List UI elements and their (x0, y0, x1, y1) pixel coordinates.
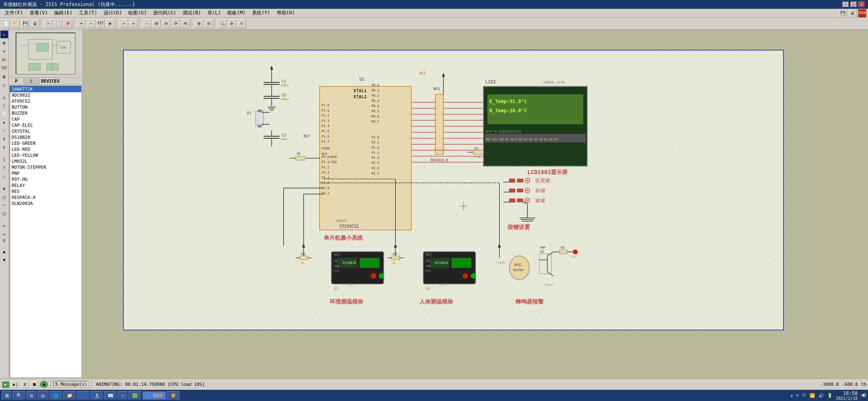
lt-circle[interactable]: ○ (0, 193, 8, 201)
menu-template[interactable]: 模板(M) (224, 9, 249, 17)
tb-copy2[interactable]: ⊞ (152, 19, 161, 28)
device-item-11[interactable]: LED-YELLOW (10, 152, 81, 158)
device-item-19[interactable]: ULN2003A (10, 200, 81, 207)
search-taskbar[interactable]: 🔍 (13, 391, 26, 400)
lt-arc[interactable]: ◠ (0, 201, 8, 209)
device-list[interactable]: 10WATT1K ADC0832 AT89C52 BUTTON BUZZER C… (10, 86, 82, 378)
taskbar-chevron-icon[interactable]: ∧ (790, 393, 793, 398)
taskbar-app3[interactable]: 📧 (104, 391, 117, 400)
message-count[interactable]: 5 Message(s) (53, 381, 89, 388)
tb-snap[interactable]: ⊡ (237, 19, 246, 28)
tab-l[interactable]: L (24, 78, 39, 85)
taskbar-app5[interactable]: 🟩 (129, 391, 141, 400)
taskbar-network-icon[interactable]: 📶 (810, 393, 815, 398)
taskbar-explorer[interactable]: 🗂 (37, 391, 49, 400)
device-item-15[interactable]: POT-HG (10, 176, 81, 182)
schematic[interactable]: C1 100nF C2 100nF (123, 50, 784, 330)
lt-generator[interactable]: ~ (0, 127, 8, 135)
taskbar-app2[interactable]: 🔬 (91, 391, 103, 400)
tb-save[interactable]: 💾 (21, 19, 30, 28)
lt-component[interactable]: ⊞ (0, 39, 8, 47)
lt-text2[interactable]: T (0, 164, 8, 172)
device-item-3[interactable]: BUTTON (10, 104, 81, 110)
play-button[interactable]: ▶ (2, 381, 10, 388)
lt-junction[interactable]: + (0, 47, 8, 55)
tb-zoom-in[interactable]: + (77, 19, 86, 28)
tb-zoom-fit[interactable]: FIT (96, 19, 105, 28)
close-button[interactable]: × (858, 2, 865, 7)
taskbar-folder[interactable]: 📁 (63, 391, 76, 400)
taskbar-keyboard-icon[interactable]: ⌨ (796, 393, 799, 398)
canvas-area[interactable]: C1 100nF C2 100nF (83, 30, 868, 379)
device-item-10[interactable]: LED-RED (10, 146, 81, 152)
start-button[interactable]: ⊞ (2, 391, 12, 400)
tb-open[interactable]: 📂 (11, 19, 20, 28)
print-icon[interactable]: 🖨 (848, 9, 857, 18)
taskbar-app4[interactable]: ⚡ (118, 391, 128, 400)
lt-subcircuit[interactable]: □ (0, 81, 8, 89)
lt-draw-wire[interactable]: ⊕ (0, 184, 8, 192)
lt-graph[interactable]: 📈 (0, 110, 8, 118)
menu-source[interactable]: 源代码(S) (150, 9, 179, 17)
device-item-7[interactable]: CRYSTAL (10, 128, 81, 134)
tb-search[interactable]: 🔍 (218, 19, 227, 28)
taskbar-shield-icon[interactable]: 🛡 (802, 393, 806, 398)
device-item-16[interactable]: RELAY (10, 182, 81, 188)
menu-help[interactable]: 帮助(H) (274, 9, 298, 17)
menu-tools[interactable]: 工具(T) (76, 9, 101, 17)
lt-device-pin[interactable]: ┤ (0, 101, 8, 109)
tb-align-right[interactable]: ⊟ (204, 19, 213, 28)
menu-system[interactable]: 系统(Y) (249, 9, 274, 17)
tb-redo[interactable]: ↪ (129, 19, 138, 28)
clock-area[interactable]: 16:58 2021/2/18 (836, 391, 858, 401)
tb-rotate[interactable]: ⟳ (171, 19, 180, 28)
stop-button[interactable]: ⏹ (30, 381, 38, 388)
taskbar-app1[interactable]: 🐾 (77, 391, 90, 400)
device-item-12[interactable]: LM032L (10, 158, 81, 164)
tab-p[interactable]: P (9, 78, 24, 85)
lt-current[interactable]: A (0, 144, 8, 152)
lt-text[interactable]: TXT (0, 64, 8, 72)
menu-file[interactable]: 文件(F) (2, 9, 26, 17)
taskbar-app6[interactable]: 🔶 (167, 391, 180, 400)
device-item-6[interactable]: CAP-ELEC (10, 122, 81, 128)
menu-draw[interactable]: 绘图(G) (125, 9, 150, 17)
device-item-9[interactable]: LED-GREEN (10, 140, 81, 146)
device-item-1[interactable]: ADC0832 (10, 92, 81, 98)
taskbar-volume-icon[interactable]: 🔊 (818, 393, 824, 398)
tb-undo[interactable]: ↩ (119, 19, 128, 28)
step-button[interactable]: ▶| (11, 381, 19, 388)
tb-zoom-out[interactable]: − (87, 19, 95, 28)
lt-tape[interactable]: ▶ (0, 118, 8, 126)
lt-label[interactable]: A↑ (0, 56, 8, 64)
device-item-8[interactable]: DS18B20 (10, 134, 81, 140)
device-item-0[interactable]: 10WATT1K (10, 86, 81, 92)
device-item-18[interactable]: RESPACK-8 (10, 194, 81, 200)
tb-align-left[interactable]: ⊞ (195, 19, 203, 28)
minimize-button[interactable]: ─ (842, 2, 849, 7)
save-icon[interactable]: 💾 (838, 9, 847, 18)
device-item-13[interactable]: MOTOR-STEPPER (10, 164, 81, 170)
menu-design[interactable]: 设计(D) (101, 9, 125, 17)
isis-icon[interactable]: ISIS (858, 9, 866, 18)
taskbar-isis[interactable]: 🔷 ISIS (142, 391, 166, 400)
taskbar-edge[interactable]: 🌐 (50, 391, 62, 400)
menu-edit[interactable]: 编辑(E) (51, 9, 76, 17)
lt-terminal[interactable]: ⊥ (0, 93, 8, 101)
lt-select[interactable]: ↖ (0, 30, 8, 38)
lt-scroll-up[interactable]: ▲ (0, 247, 8, 255)
lt-redo[interactable]: ↪ (0, 230, 8, 238)
device-item-14[interactable]: PNP (10, 170, 81, 176)
tb-copy[interactable]: 📋 (54, 19, 62, 28)
tb-cut2[interactable]: ✂ (143, 19, 151, 28)
tb-cut[interactable]: ✂ (44, 19, 53, 28)
taskbar-notification[interactable]: 📢 (861, 393, 866, 398)
device-item-5[interactable]: CAP (10, 116, 81, 122)
lt-polygon[interactable]: ⬡ (0, 210, 8, 218)
tb-new[interactable]: 📄 (2, 19, 10, 28)
tb-paste[interactable]: 📌 (63, 19, 72, 28)
pause-button[interactable]: ⏸ (21, 381, 29, 388)
tb-flip[interactable]: ⟲ (181, 19, 190, 28)
tb-print[interactable]: 🖨 (30, 19, 39, 28)
device-item-4[interactable]: BUZZER (10, 110, 81, 116)
